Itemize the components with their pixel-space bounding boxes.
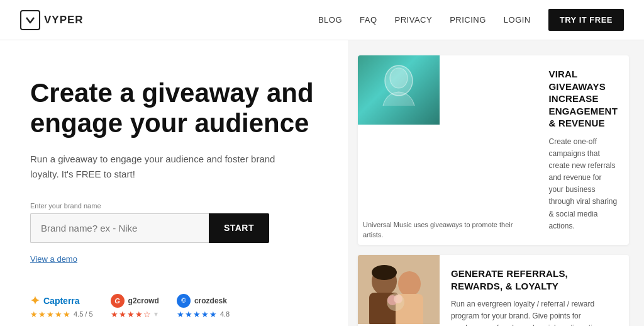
capterra-icon: ✦	[30, 294, 40, 308]
referrals-card-content: GENERATE REFERRALS, REWARDS, & LOYALTY R…	[440, 255, 629, 326]
crozdesk-badge-top: © crozdesk	[177, 294, 230, 308]
nav-login[interactable]: LOGIN	[504, 15, 531, 25]
capterra-logo: Capterra	[43, 296, 80, 306]
hero-subtitle: Run a giveaway to engage your audience a…	[30, 152, 282, 182]
start-button[interactable]: START	[209, 213, 269, 243]
viral-card-image	[358, 55, 440, 125]
viral-card-caption: Universal Music uses giveaways to promot…	[358, 218, 538, 245]
capterra-badge-top: ✦ Capterra	[30, 294, 93, 308]
capterra-rating: ★★★★★ 4.5 / 5	[30, 310, 93, 319]
capterra-score: 4.5 / 5	[74, 310, 93, 318]
hero-section: Create a giveaway and engage your audien…	[0, 40, 348, 326]
crozdesk-stars: ★★★★★	[177, 310, 218, 319]
svg-point-10	[394, 295, 402, 303]
hero-title: Create a giveaway and engage your audien…	[30, 78, 318, 139]
nav-privacy[interactable]: PRIVACY	[395, 15, 433, 25]
card-left-bottom: Coconut Bowls grew: + 37k Followers + 40…	[358, 255, 440, 326]
view-demo-link[interactable]: View a demo	[30, 254, 318, 264]
viral-giveaways-card: Universal Music uses giveaways to promot…	[358, 55, 629, 245]
input-label: Enter your brand name	[30, 202, 318, 210]
viral-card-desc: Create one-off campaigns that create new…	[548, 136, 618, 233]
referrals-card-title: GENERATE REFERRALS, REWARDS, & LOYALTY	[451, 267, 618, 292]
person-illustration	[374, 62, 424, 118]
main-content: Create a giveaway and engage your audien…	[0, 40, 644, 326]
g2-stars: ★★★★☆	[111, 310, 152, 319]
nav-faq[interactable]: FAQ	[360, 15, 377, 25]
g2-badge-top: G g2crowd	[111, 294, 159, 308]
crozdesk-badge: © crozdesk ★★★★★ 4.8	[177, 294, 230, 319]
referrals-card-desc: Run an evergreen loyalty / referral / re…	[451, 298, 618, 326]
referrals-card-image	[358, 255, 440, 324]
capterra-badge: ✦ Capterra ★★★★★ 4.5 / 5	[30, 294, 93, 319]
referrals-card: Coconut Bowls grew: + 37k Followers + 40…	[358, 255, 629, 326]
logo-icon	[20, 10, 40, 30]
crozdesk-icon: ©	[177, 294, 191, 308]
nav-pricing[interactable]: PRICING	[450, 15, 486, 25]
viral-card-content: VIRAL GIVEAWAYS INCREASE ENGAGEMENT & RE…	[537, 55, 629, 245]
brand-name-input[interactable]	[30, 213, 209, 243]
badges-row: ✦ Capterra ★★★★★ 4.5 / 5 G g2crowd ★★★★☆…	[30, 294, 318, 319]
brand-input-row: START	[30, 213, 269, 243]
nav-blog[interactable]: BLOG	[318, 15, 342, 25]
g2-logo: g2crowd	[128, 296, 159, 305]
navigation: VYPER BLOG FAQ PRIVACY PRICING LOGIN TRY…	[0, 0, 644, 40]
card-left-top: Universal Music uses giveaways to promot…	[358, 55, 538, 245]
crozdesk-rating: ★★★★★ 4.8	[177, 310, 230, 319]
features-panel: Universal Music uses giveaways to promot…	[348, 40, 644, 326]
g2-rating: ★★★★☆ ▾	[111, 310, 159, 319]
capterra-stars: ★★★★★	[30, 310, 71, 319]
crozdesk-logo: crozdesk	[194, 296, 227, 305]
try-it-free-button[interactable]: TRY IT FREE	[548, 9, 624, 31]
viral-card-title: VIRAL GIVEAWAYS INCREASE ENGAGEMENT & RE…	[548, 68, 618, 130]
svg-point-7	[372, 265, 397, 280]
logo[interactable]: VYPER	[20, 10, 84, 30]
logo-text: VYPER	[44, 14, 84, 26]
crozdesk-score: 4.8	[220, 310, 230, 318]
svg-point-5	[398, 271, 421, 296]
g2-icon: G	[111, 294, 125, 308]
nav-links: BLOG FAQ PRIVACY PRICING LOGIN TRY IT FR…	[318, 9, 624, 31]
svg-point-1	[390, 68, 408, 88]
g2-chevron: ▾	[154, 310, 158, 318]
g2-badge: G g2crowd ★★★★☆ ▾	[111, 294, 159, 319]
people-illustration	[358, 255, 440, 324]
